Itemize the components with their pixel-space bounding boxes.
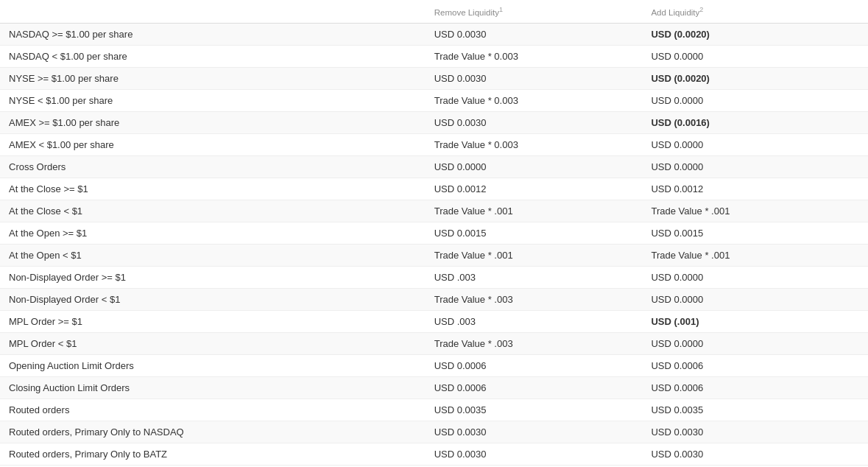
table-row: NASDAQ >= $1.00 per shareUSD 0.0030USD (… [0,23,868,45]
add-liquidity-value: USD 0.0030 [642,443,868,465]
table-row: Routed orders, Primary Only to NASDAQUSD… [0,421,868,443]
remove-liquidity-value: USD 0.0030 [426,23,643,45]
add-liquidity-value: USD (0.0020) [642,67,868,89]
row-label: Routed orders, Primary Only to BATZ [0,443,426,465]
table-row: Closing Auction Limit OrdersUSD 0.0006US… [0,376,868,398]
remove-liquidity-value: USD 0.0030 [426,421,643,443]
row-label: MPL Order < $1 [0,332,426,354]
remove-liquidity-value: USD 0.0000 [426,155,643,178]
row-label: At the Open >= $1 [0,222,426,244]
add-liquidity-label: Add Liquidity [651,8,699,17]
col3-sup: 2 [699,6,703,13]
row-label: Non-Displayed Order < $1 [0,288,426,310]
table-row: Routed orders, Primary Only to BATZUSD 0… [0,443,868,465]
table-row: NASDAQ < $1.00 per shareTrade Value * 0.… [0,45,868,67]
remove-liquidity-value: USD 0.0035 [426,398,643,421]
table-row: At the Close < $1Trade Value * .001Trade… [0,200,868,222]
row-label: Routed orders [0,398,426,421]
remove-liquidity-value: USD .003 [426,310,643,332]
remove-liquidity-value: Trade Value * 0.003 [426,133,643,155]
remove-liquidity-value: USD 0.0015 [426,222,643,244]
add-liquidity-value: USD 0.0030 [642,421,868,443]
add-liquidity-value: USD (0.0020) [642,23,868,45]
row-label: Routed orders, Primary Only to NASDAQ [0,421,426,443]
remove-liquidity-value: USD 0.0006 [426,354,643,376]
remove-liquidity-value: USD 0.0030 [426,443,643,465]
col1-header [0,0,426,23]
row-label: At the Close >= $1 [0,178,426,200]
row-label: NYSE < $1.00 per share [0,89,426,111]
table-row: MPL Order >= $1USD .003USD (.001) [0,310,868,332]
remove-liquidity-value: USD 0.0030 [426,111,643,133]
add-liquidity-value: Trade Value * .001 [642,200,868,222]
row-label: NYSE >= $1.00 per share [0,67,426,89]
remove-liquidity-value: Trade Value * .003 [426,288,643,310]
row-label: NASDAQ >= $1.00 per share [0,23,426,45]
remove-liquidity-value: Trade Value * .001 [426,200,643,222]
add-liquidity-value: USD 0.0000 [642,133,868,155]
table-row: MPL Order < $1Trade Value * .003USD 0.00… [0,332,868,354]
row-label: MPL Order >= $1 [0,310,426,332]
fee-table: Remove Liquidity1 Add Liquidity2 NASDAQ … [0,0,868,466]
add-liquidity-value: USD 0.0000 [642,332,868,354]
table-row: Cross OrdersUSD 0.0000USD 0.0000 [0,155,868,178]
add-liquidity-value: USD 0.0000 [642,45,868,67]
add-liquidity-value: USD 0.0006 [642,376,868,398]
col2-sup: 1 [499,6,503,13]
add-liquidity-value: USD 0.0015 [642,222,868,244]
add-liquidity-value: USD 0.0006 [642,354,868,376]
add-liquidity-value: USD 0.0000 [642,266,868,288]
table-row: Routed ordersUSD 0.0035USD 0.0035 [0,398,868,421]
table-row: At the Open >= $1USD 0.0015USD 0.0015 [0,222,868,244]
add-liquidity-value: USD (0.0016) [642,111,868,133]
row-label: AMEX >= $1.00 per share [0,111,426,133]
add-liquidity-value: Trade Value * .001 [642,244,868,266]
row-label: Cross Orders [0,155,426,178]
row-label: Closing Auction Limit Orders [0,376,426,398]
remove-liquidity-value: Trade Value * .003 [426,332,643,354]
table-row: Opening Auction Limit OrdersUSD 0.0006US… [0,354,868,376]
remove-liquidity-value: Trade Value * .001 [426,244,643,266]
remove-liquidity-label: Remove Liquidity [434,8,499,17]
remove-liquidity-value: USD 0.0006 [426,376,643,398]
col3-header: Add Liquidity2 [642,0,868,23]
row-label: At the Open < $1 [0,244,426,266]
add-liquidity-value: USD 0.0000 [642,288,868,310]
remove-liquidity-value: USD 0.0030 [426,67,643,89]
add-liquidity-value: USD 0.0000 [642,155,868,178]
col2-header: Remove Liquidity1 [426,0,643,23]
table-row: At the Close >= $1USD 0.0012USD 0.0012 [0,178,868,200]
table-row: AMEX >= $1.00 per shareUSD 0.0030USD (0.… [0,111,868,133]
remove-liquidity-value: USD .003 [426,266,643,288]
add-liquidity-value: USD 0.0000 [642,89,868,111]
table-row: Non-Displayed Order >= $1USD .003USD 0.0… [0,266,868,288]
row-label: At the Close < $1 [0,200,426,222]
table-row: NYSE < $1.00 per shareTrade Value * 0.00… [0,89,868,111]
add-liquidity-value: USD 0.0012 [642,178,868,200]
add-liquidity-value: USD (.001) [642,310,868,332]
table-row: Non-Displayed Order < $1Trade Value * .0… [0,288,868,310]
remove-liquidity-value: Trade Value * 0.003 [426,89,643,111]
row-label: Opening Auction Limit Orders [0,354,426,376]
table-row: AMEX < $1.00 per shareTrade Value * 0.00… [0,133,868,155]
remove-liquidity-value: Trade Value * 0.003 [426,45,643,67]
remove-liquidity-value: USD 0.0012 [426,178,643,200]
add-liquidity-value: USD 0.0035 [642,398,868,421]
row-label: Non-Displayed Order >= $1 [0,266,426,288]
row-label: AMEX < $1.00 per share [0,133,426,155]
row-label: NASDAQ < $1.00 per share [0,45,426,67]
table-row: NYSE >= $1.00 per shareUSD 0.0030USD (0.… [0,67,868,89]
table-row: At the Open < $1Trade Value * .001Trade … [0,244,868,266]
